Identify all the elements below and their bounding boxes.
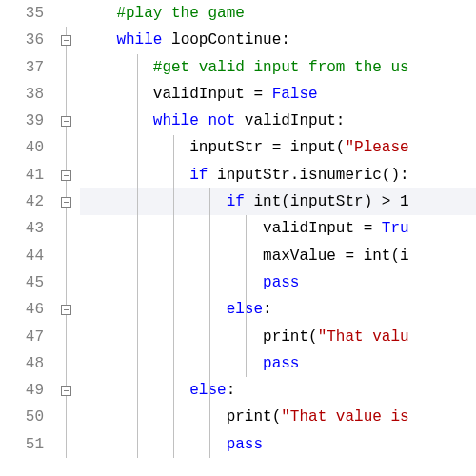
- code-line[interactable]: while not validInput:: [80, 108, 476, 134]
- token: #get valid input from the us: [153, 59, 409, 76]
- token: "Please: [345, 139, 408, 156]
- fold-toggle-icon[interactable]: [61, 197, 71, 208]
- code-line[interactable]: print("That value is: [80, 404, 476, 430]
- fold-row: [53, 404, 80, 430]
- token: "That valu: [318, 328, 409, 346]
- fold-row: [53, 431, 80, 458]
- line-number: 39: [0, 108, 44, 134]
- token: int: [364, 248, 391, 265]
- token: while: [153, 112, 199, 129]
- fold-row: [53, 377, 80, 404]
- line-number: 38: [0, 81, 44, 108]
- indent-guide: [137, 54, 138, 459]
- line-number: 50: [0, 404, 44, 430]
- fold-row: [53, 134, 80, 161]
- token: int: [253, 193, 281, 210]
- fold-row: [53, 27, 80, 53]
- code-line[interactable]: validInput = Tru: [80, 215, 476, 242]
- line-number: 45: [0, 269, 44, 296]
- line-number: 44: [0, 243, 44, 269]
- fold-toggle-icon[interactable]: [61, 170, 71, 181]
- indent-guide: [246, 215, 247, 377]
- code-line[interactable]: if int(inputStr) > 1: [80, 188, 476, 215]
- fold-row: [53, 350, 80, 377]
- fold-row: [53, 108, 80, 134]
- token: [80, 112, 153, 129]
- code-line[interactable]: while loopContinue:: [80, 27, 476, 53]
- fold-row: [53, 215, 80, 242]
- token: else: [189, 382, 226, 399]
- token: print(: [80, 408, 281, 426]
- line-number: 35: [0, 0, 44, 27]
- token: validInput:: [235, 112, 345, 129]
- token: Tru: [382, 220, 409, 237]
- line-number: 43: [0, 215, 44, 242]
- fold-row: [53, 162, 80, 188]
- token: :: [263, 301, 272, 318]
- token: (i: [390, 248, 408, 265]
- code-line[interactable]: maxValue = int(i: [80, 243, 476, 269]
- token: [80, 31, 116, 49]
- code-line[interactable]: print("That valu: [80, 324, 476, 350]
- line-number: 49: [0, 377, 44, 404]
- token: if: [227, 193, 245, 210]
- code-area[interactable]: #play the game while loopContinue: #get …: [80, 0, 476, 458]
- line-number: 42: [0, 188, 44, 215]
- token: [199, 112, 208, 129]
- token: "That value is: [281, 408, 408, 426]
- code-editor[interactable]: 3536373839404142434445464748495051 #play…: [0, 0, 476, 458]
- fold-toggle-icon[interactable]: [61, 386, 71, 396]
- code-line[interactable]: validInput = False: [80, 81, 476, 108]
- fold-toggle-icon[interactable]: [61, 35, 71, 46]
- fold-row: [53, 188, 80, 215]
- code-line[interactable]: if inputStr.isnumeric():: [80, 162, 476, 188]
- token: loopContinue:: [162, 31, 289, 49]
- code-line[interactable]: #play the game: [80, 0, 476, 27]
- token: [80, 301, 227, 318]
- fold-column: [53, 0, 80, 458]
- line-number: 47: [0, 324, 44, 350]
- line-number: 48: [0, 350, 44, 377]
- token: [245, 193, 254, 210]
- token: pass: [263, 355, 299, 372]
- fold-row: [53, 54, 80, 81]
- token: False: [272, 86, 318, 103]
- token: pass: [263, 274, 299, 291]
- code-line[interactable]: inputStr = input("Please: [80, 134, 476, 161]
- code-line[interactable]: else:: [80, 377, 476, 404]
- fold-row: [53, 81, 80, 108]
- indent-guide: [209, 188, 210, 458]
- token: #play the game: [80, 5, 245, 22]
- token: pass: [227, 436, 263, 453]
- fold-row: [53, 269, 80, 296]
- token: [80, 193, 227, 210]
- code-line[interactable]: #get valid input from the us: [80, 54, 476, 81]
- fold-row: [53, 296, 80, 323]
- line-number: 40: [0, 134, 44, 161]
- token: (inputStr) > 1: [281, 193, 408, 210]
- code-line[interactable]: pass: [80, 350, 476, 377]
- code-line[interactable]: pass: [80, 431, 476, 458]
- token: maxValue =: [80, 248, 364, 265]
- fold-toggle-icon[interactable]: [61, 305, 71, 315]
- token: inputStr = input(: [80, 139, 345, 156]
- token: else: [227, 301, 263, 318]
- token: validInput =: [80, 86, 272, 103]
- token: [80, 59, 153, 76]
- fold-toggle-icon[interactable]: [61, 116, 71, 127]
- indent-guide: [173, 135, 174, 459]
- line-number: 51: [0, 431, 44, 458]
- token: :: [227, 382, 236, 399]
- token: inputStr.isnumeric():: [208, 167, 408, 184]
- code-line[interactable]: else:: [80, 296, 476, 323]
- token: not: [208, 112, 235, 129]
- fold-row: [53, 243, 80, 269]
- token: [80, 436, 227, 453]
- fold-row: [53, 0, 80, 27]
- code-line[interactable]: pass: [80, 269, 476, 296]
- token: validInput =: [80, 220, 382, 237]
- token: [80, 355, 263, 372]
- token: if: [189, 167, 208, 184]
- line-number: 41: [0, 162, 44, 188]
- token: while: [116, 31, 162, 49]
